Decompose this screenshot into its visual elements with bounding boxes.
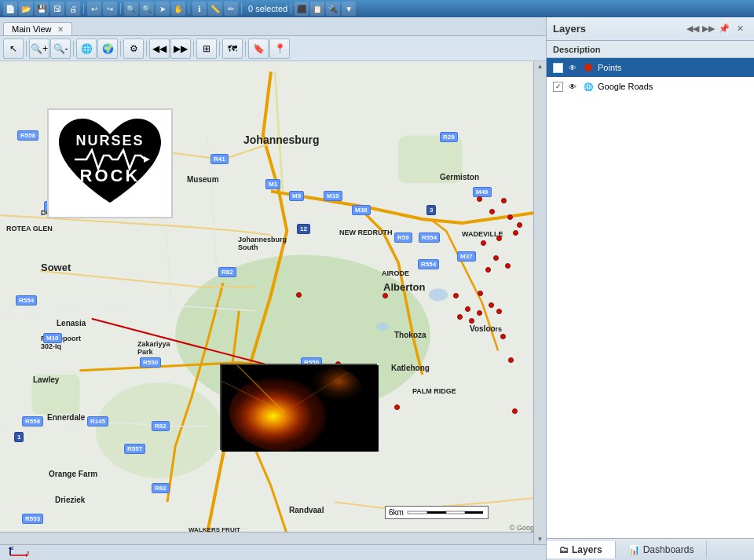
undo-icon[interactable]: ↩ <box>87 2 101 16</box>
svg-point-4 <box>429 288 448 301</box>
road-m9: M9 <box>289 191 304 201</box>
globe2-tool[interactable]: 🌍 <box>97 38 118 59</box>
layers-title: Layers <box>553 23 685 35</box>
layer-check-points[interactable] <box>553 63 563 73</box>
road-r82-2: R82 <box>152 421 170 431</box>
tool-sep5 <box>193 41 194 57</box>
settings-tool[interactable]: ⚙ <box>123 38 144 59</box>
scale-bar-graphic <box>406 509 485 515</box>
bookmark-tool[interactable]: 🔖 <box>248 38 269 59</box>
road-r41: R41 <box>210 154 229 164</box>
save-project-icon[interactable]: 💾 <box>35 2 49 16</box>
map-scrollbar-vertical[interactable]: ▲ ▼ <box>533 61 546 544</box>
map-type-indicator: 🌐 <box>584 82 593 91</box>
point-marker-12 <box>489 302 494 308</box>
road-r558-1: R558 <box>17 130 38 141</box>
svg-rect-3 <box>32 375 80 415</box>
tool-sep6 <box>219 41 220 57</box>
dropdown-icon[interactable]: ▼ <box>342 2 356 16</box>
main-view-tab[interactable]: Main View ✕ <box>3 22 72 35</box>
layers-back-btn[interactable]: ◀◀ <box>685 21 701 37</box>
road-r59-1: R59 <box>394 232 412 243</box>
point-marker-16 <box>457 314 463 320</box>
arrow-tool[interactable]: ↖ <box>3 38 24 59</box>
main-content: Main View ✕ ↖ 🔍+ 🔍- 🌐 🌍 ⚙ ◀◀ ▶▶ ⊞ 🗺 🔖 📍 <box>0 17 754 560</box>
open-project-icon[interactable]: 📂 <box>19 2 33 16</box>
point-marker-5 <box>513 230 518 236</box>
layer-check-google-roads[interactable] <box>553 82 563 92</box>
road-m37: M37 <box>457 251 476 262</box>
road-r554-2: R554 <box>418 259 439 269</box>
pan-icon[interactable]: ✋ <box>171 2 185 16</box>
tab-layers[interactable]: 🗂 Layers <box>547 541 616 558</box>
layers-close-btn[interactable]: ✕ <box>732 21 748 37</box>
point-marker-14 <box>477 310 482 316</box>
tab-close-icon[interactable]: ✕ <box>57 25 64 34</box>
digitize-icon[interactable]: ✏ <box>224 2 238 16</box>
bottom-tab-bar: 🗂 Layers 📊 Dashboards <box>547 538 754 560</box>
dashboards-tab-icon: 📊 <box>628 544 640 555</box>
coordinate-bar: x z <box>0 544 546 560</box>
layer-visible-google-roads[interactable]: 👁 <box>566 80 579 93</box>
road-n1: 1 <box>14 432 24 442</box>
window-icon[interactable]: ⬛ <box>295 2 309 16</box>
coord-z-label: x z <box>6 546 30 560</box>
identify-icon[interactable]: ℹ <box>192 2 207 16</box>
point-marker-4 <box>517 222 522 228</box>
redo-icon[interactable]: ↪ <box>103 2 117 16</box>
layer-visible-points[interactable]: 👁 <box>566 61 579 74</box>
map-style-tool[interactable]: 🗺 <box>222 38 243 59</box>
tab-dashboards[interactable]: 📊 Dashboards <box>616 541 708 558</box>
point-marker-8 <box>493 255 499 261</box>
zoom-in-icon[interactable]: 🔍 <box>124 2 138 16</box>
map-scrollbar-horizontal[interactable] <box>0 532 533 544</box>
road-r554-3: R554 <box>16 295 37 306</box>
selected-count-label: 0 selected <box>248 4 287 13</box>
point-marker-10 <box>485 267 491 273</box>
tool-sep7 <box>245 41 246 57</box>
road-m49: M49 <box>473 187 492 197</box>
zoom-out-tool[interactable]: 🔍- <box>50 38 71 59</box>
layer-type-icon-google-roads: 🌐 <box>582 80 595 93</box>
forward-tool[interactable]: ▶▶ <box>170 38 191 59</box>
zoom-in-tool[interactable]: 🔍+ <box>29 38 49 59</box>
point-marker-20 <box>453 293 459 298</box>
top-toolbar: 📄 📂 💾 🖫 🖨 ↩ ↪ 🔍 🔍 ➤ ✋ ℹ 📏 ✏ 0 selected ⬛… <box>0 0 754 17</box>
layers-forward-btn[interactable]: ▶▶ <box>701 21 716 37</box>
point-marker-11 <box>478 291 483 296</box>
nurses-logo-svg: NURSES ROCK <box>51 112 169 214</box>
map-canvas: Johannesburg Germiston Sowet Alberton Le… <box>0 61 546 544</box>
layers-list[interactable]: 👁 Points 👁 🌐 Google Roads <box>547 58 754 538</box>
point-marker-1 <box>501 198 507 203</box>
point-marker-7 <box>481 240 486 246</box>
road-r558-2: R558 <box>22 416 43 426</box>
back-tool[interactable]: ◀◀ <box>149 38 170 59</box>
table-icon[interactable]: 📋 <box>310 2 324 16</box>
point-type-indicator <box>584 64 592 71</box>
layers-pin-btn[interactable]: 📌 <box>716 21 732 37</box>
map-tab-bar: Main View ✕ <box>0 17 546 36</box>
plugin-icon[interactable]: 🔌 <box>326 2 340 16</box>
new-project-icon[interactable]: 📄 <box>3 2 17 16</box>
tool-sep3 <box>120 41 121 57</box>
svg-rect-1 <box>398 135 462 183</box>
map-area[interactable]: Johannesburg Germiston Sowet Alberton Le… <box>0 61 546 544</box>
globe-tool[interactable]: 🌐 <box>76 38 97 59</box>
point-marker-15 <box>496 309 502 314</box>
print-icon[interactable]: 🖨 <box>66 2 80 16</box>
tool-sep2 <box>73 41 74 57</box>
zoom-out-icon[interactable]: 🔍 <box>140 2 154 16</box>
svg-text:z: z <box>11 546 14 551</box>
road-r554-1: R554 <box>419 232 440 243</box>
solar-svg <box>221 365 379 452</box>
layer-item-points[interactable]: 👁 Points <box>547 58 754 77</box>
sep1 <box>83 3 84 14</box>
pin-tool[interactable]: 📍 <box>269 38 290 59</box>
measure-icon[interactable]: 📏 <box>208 2 222 16</box>
select-icon[interactable]: ➤ <box>156 2 170 16</box>
svg-point-5 <box>376 323 389 331</box>
save-as-icon[interactable]: 🖫 <box>50 2 64 16</box>
layer-item-google-roads[interactable]: 👁 🌐 Google Roads <box>547 77 754 96</box>
grid-tool[interactable]: ⊞ <box>196 38 217 59</box>
map-toolbar: ↖ 🔍+ 🔍- 🌐 🌍 ⚙ ◀◀ ▶▶ ⊞ 🗺 🔖 📍 <box>0 36 546 61</box>
